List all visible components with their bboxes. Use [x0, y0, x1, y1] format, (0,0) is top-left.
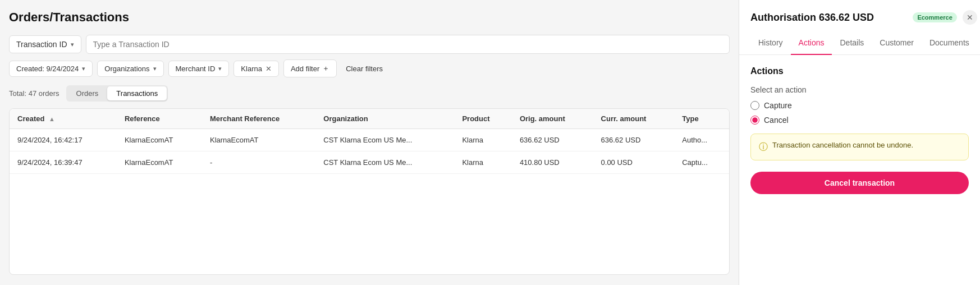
right-panel-title: Authorisation 636.62 USD [750, 12, 907, 24]
transaction-id-label: Transaction ID [16, 40, 67, 49]
actions-section-title: Actions [750, 66, 969, 76]
filter-row-1: Transaction ID ▾ [9, 35, 730, 54]
klarna-filter-label: Klarna [241, 65, 262, 73]
warning-box: ⓘ Transaction cancellation cannot be und… [750, 134, 969, 160]
clear-filters-button[interactable]: Clear filters [341, 61, 387, 76]
cancel-radio-input[interactable] [750, 116, 759, 125]
capture-radio-input[interactable] [750, 101, 759, 110]
cell-type: Autho... [674, 129, 729, 151]
view-tab-group: Orders Transactions [66, 85, 168, 102]
col-header-merchant-reference[interactable]: Merchant Reference [202, 109, 315, 129]
warning-text: Transaction cancellation cannot be undon… [772, 141, 913, 149]
organizations-filter-label: Organizations [104, 65, 149, 73]
cell-reference: KlarnaEcomAT [117, 151, 202, 174]
action-radio-group: Capture Cancel [750, 101, 969, 125]
tab-history[interactable]: History [750, 31, 791, 55]
filter-row-2: Created: 9/24/2024 ▾ Organizations ▾ Mer… [9, 59, 730, 77]
table-header-row: Created ▲ Reference Merchant Reference O… [10, 109, 729, 129]
cancel-radio-label: Cancel [764, 116, 789, 125]
warning-icon: ⓘ [759, 141, 768, 153]
cancel-radio-item[interactable]: Cancel [750, 116, 969, 125]
transactions-table: Created ▲ Reference Merchant Reference O… [9, 108, 730, 275]
right-panel-header: Authorisation 636.62 USD Ecommerce ✕ His… [739, 0, 980, 55]
transaction-id-dropdown[interactable]: Transaction ID ▾ [9, 35, 81, 53]
left-panel: Orders/Transactions Transaction ID ▾ Cre… [0, 0, 739, 285]
right-panel-content: Actions Select an action Capture Cancel … [739, 55, 980, 285]
created-filter-chip[interactable]: Created: 9/24/2024 ▾ [9, 61, 93, 77]
col-header-type[interactable]: Type [674, 109, 729, 129]
col-header-reference[interactable]: Reference [117, 109, 202, 129]
plus-icon: ＋ [322, 63, 329, 73]
merchant-id-filter-chip[interactable]: Merchant ID ▾ [168, 61, 230, 77]
organizations-filter-chip[interactable]: Organizations ▾ [97, 61, 163, 77]
chevron-down-icon: ▾ [218, 65, 222, 72]
col-header-product[interactable]: Product [454, 109, 511, 129]
right-panel-tabs: History Actions Details Customer Documen… [750, 31, 977, 54]
tab-orders[interactable]: Orders [67, 86, 108, 100]
col-header-created[interactable]: Created ▲ [10, 109, 117, 129]
close-panel-button[interactable]: ✕ [963, 10, 977, 25]
right-panel: Authorisation 636.62 USD Ecommerce ✕ His… [739, 0, 980, 285]
sort-arrow-icon: ▲ [49, 116, 55, 122]
cell-organization: CST Klarna Ecom US Me... [315, 129, 454, 151]
cell-curr_amount: 636.62 USD [593, 129, 675, 151]
cell-merchant_reference: - [202, 151, 315, 174]
cell-merchant_reference: KlarnaEcomAT [202, 129, 315, 151]
chevron-down-icon: ▾ [82, 65, 85, 72]
cell-reference: KlarnaEcomAT [117, 129, 202, 151]
klarna-filter-chip[interactable]: Klarna ✕ [233, 61, 279, 77]
cell-curr_amount: 0.00 USD [593, 151, 675, 174]
col-header-curr-amount[interactable]: Curr. amount [593, 109, 675, 129]
total-label: Total: 47 orders [9, 89, 59, 98]
close-icon[interactable]: ✕ [265, 65, 272, 72]
transaction-id-search-input[interactable] [86, 35, 730, 54]
cancel-transaction-button[interactable]: Cancel transaction [750, 172, 969, 194]
cell-created: 9/24/2024, 16:42:17 [10, 129, 117, 151]
cell-product: Klarna [454, 129, 511, 151]
chevron-down-icon: ▾ [153, 65, 157, 72]
add-filter-label: Add filter [291, 65, 319, 73]
cell-orig_amount: 410.80 USD [512, 151, 593, 174]
tab-customer[interactable]: Customer [872, 31, 922, 55]
tab-details[interactable]: Details [832, 31, 872, 55]
cell-product: Klarna [454, 151, 511, 174]
select-action-label: Select an action [750, 85, 969, 94]
cell-orig_amount: 636.62 USD [512, 129, 593, 151]
created-filter-label: Created: 9/24/2024 [16, 65, 79, 73]
tab-actions[interactable]: Actions [791, 31, 832, 55]
tab-transactions[interactable]: Transactions [107, 86, 167, 100]
col-header-organization[interactable]: Organization [315, 109, 454, 129]
col-header-orig-amount[interactable]: Orig. amount [512, 109, 593, 129]
capture-radio-item[interactable]: Capture [750, 101, 969, 110]
tabs-row: Total: 47 orders Orders Transactions [9, 85, 730, 102]
page-title: Orders/Transactions [9, 10, 730, 25]
tab-documents[interactable]: Documents [922, 31, 977, 55]
ecommerce-badge: Ecommerce [913, 12, 956, 22]
cell-organization: CST Klarna Ecom US Me... [315, 151, 454, 174]
add-filter-button[interactable]: Add filter ＋ [283, 59, 337, 77]
table-row[interactable]: 9/24/2024, 16:39:47KlarnaEcomAT-CST Klar… [10, 151, 729, 174]
cell-created: 9/24/2024, 16:39:47 [10, 151, 117, 174]
table-row[interactable]: 9/24/2024, 16:42:17KlarnaEcomATKlarnaEco… [10, 129, 729, 151]
capture-radio-label: Capture [764, 101, 792, 110]
merchant-id-filter-label: Merchant ID [176, 65, 216, 73]
cell-type: Captu... [674, 151, 729, 174]
chevron-down-icon: ▾ [71, 41, 74, 48]
